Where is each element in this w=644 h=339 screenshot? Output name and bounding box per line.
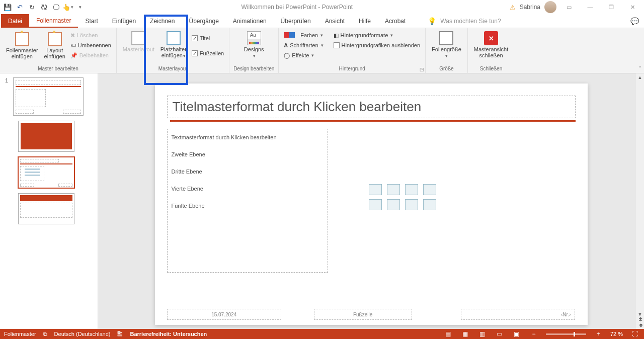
- slidenumber-placeholder[interactable]: ‹Nr.›: [461, 309, 575, 320]
- tab-draw[interactable]: Zeichnen: [143, 14, 182, 28]
- tab-insert[interactable]: Einfügen: [105, 14, 143, 28]
- tab-view[interactable]: Ansicht: [318, 14, 352, 28]
- body-placeholder[interactable]: Textmasterformat durch Klicken bearbeite…: [167, 129, 328, 273]
- notes-button[interactable]: ▤: [443, 330, 453, 338]
- title-checkbox[interactable]: ✓Titel: [191, 33, 225, 43]
- user-name[interactable]: Sabrina: [520, 4, 540, 11]
- status-language[interactable]: Deutsch (Deutschland): [54, 331, 111, 337]
- status-accessibility[interactable]: Barrierefreiheit: Untersuchen: [130, 331, 207, 337]
- insert-video-icon[interactable]: [405, 199, 418, 210]
- layout-thumbnail-2[interactable]: [18, 157, 74, 188]
- window-title: Willkommen bei PowerPoint - PowerPoint: [85, 4, 510, 11]
- qat-customize[interactable]: ▾: [75, 3, 85, 12]
- zoom-in-button[interactable]: +: [593, 330, 603, 338]
- layout-thumbnail-3[interactable]: [18, 193, 74, 224]
- tab-file[interactable]: Datei: [1, 14, 29, 28]
- effects-dropdown[interactable]: ◯Effekte▾: [283, 50, 324, 60]
- close-button[interactable]: ✕: [624, 1, 641, 13]
- slideshow-button[interactable]: ▣: [512, 330, 522, 338]
- accent-rule: [170, 120, 576, 122]
- layout-thumbnail-1[interactable]: [18, 121, 74, 152]
- slide-size-button[interactable]: Foliengröße▾: [430, 29, 463, 59]
- effects-icon: ◯: [284, 52, 290, 59]
- scroll-up-button[interactable]: ▲: [638, 75, 642, 80]
- start-button[interactable]: 🖵: [51, 3, 60, 12]
- footer-placeholder[interactable]: Fußzeile: [314, 309, 412, 320]
- close-master-button[interactable]: ✕ Masteransicht schließen: [472, 29, 510, 58]
- content-placeholder-icons[interactable]: [369, 184, 436, 210]
- insert-online-icon[interactable]: [387, 199, 400, 210]
- insert-3d-icon[interactable]: [423, 184, 436, 195]
- group-theme-label: Design bearbeiten: [233, 65, 274, 73]
- insert-smartart-icon[interactable]: [405, 184, 418, 195]
- footers-checkbox[interactable]: ✓Fußzeilen: [191, 48, 225, 58]
- sorter-view-button[interactable]: ▥: [477, 330, 488, 338]
- tell-me-input[interactable]: Was möchten Sie tun?: [440, 18, 541, 25]
- next-slide-button[interactable]: ⯯: [638, 323, 643, 328]
- body-level-4: Vierte Ebene: [172, 186, 324, 192]
- rename-button[interactable]: 🏷Umbenennen: [69, 40, 112, 50]
- collapse-ribbon-button[interactable]: ⌃: [638, 65, 642, 71]
- thumb-number: 1: [5, 77, 9, 83]
- insert-picture-icon[interactable]: [369, 199, 382, 210]
- tab-transitions[interactable]: Übergänge: [182, 14, 225, 28]
- colors-icon: [284, 32, 295, 39]
- colors-dropdown[interactable]: Farben▾: [283, 30, 324, 40]
- tab-animations[interactable]: Animationen: [226, 14, 274, 28]
- body-level-3: Dritte Ebene: [172, 168, 324, 175]
- repeat-button[interactable]: 🗘: [39, 3, 48, 12]
- layout-icon: [48, 32, 62, 46]
- preserve-button: 📌Beibehalten: [69, 50, 112, 60]
- zoom-slider[interactable]: [546, 333, 586, 335]
- group-close-label: Schließen: [480, 65, 502, 73]
- title-text: Titelmasterformat durch Klicken bearbeit…: [173, 99, 422, 114]
- save-button[interactable]: 💾: [3, 3, 12, 12]
- body-level-5: Fünfte Ebene: [172, 203, 324, 209]
- redo-button[interactable]: ↻: [27, 3, 36, 12]
- zoom-value[interactable]: 72 %: [610, 331, 623, 337]
- vertical-scrollbar[interactable]: ▲ ▼: [636, 73, 644, 329]
- tab-home[interactable]: Start: [78, 14, 105, 28]
- themes-icon: [247, 31, 261, 45]
- title-placeholder[interactable]: Titelmasterformat durch Klicken bearbeit…: [167, 96, 576, 118]
- master-thumbnail[interactable]: [13, 77, 84, 116]
- group-edit-master-label: Master bearbeiten: [38, 65, 78, 73]
- scroll-down-button[interactable]: ▼: [638, 312, 642, 317]
- insert-slidemaster-button[interactable]: Folienmaster einfügen: [4, 29, 40, 59]
- date-placeholder[interactable]: 15.07.2024: [167, 309, 281, 320]
- avatar[interactable]: [544, 1, 556, 13]
- insert-icon-icon[interactable]: [423, 199, 436, 210]
- slide-editor[interactable]: Titelmasterformat durch Klicken bearbeit…: [98, 73, 644, 329]
- ribbon-options-button[interactable]: ▭: [560, 1, 578, 13]
- fonts-icon: A: [284, 42, 288, 48]
- reading-view-button[interactable]: ▭: [495, 330, 505, 338]
- insert-layout-button[interactable]: Layout einfügen: [42, 29, 67, 59]
- touch-mode-button[interactable]: 👆▾: [63, 3, 72, 12]
- insert-table-icon[interactable]: [369, 184, 382, 195]
- fit-button[interactable]: ⛶: [630, 330, 640, 338]
- maximize-button[interactable]: ❐: [603, 1, 620, 13]
- tab-help[interactable]: Hilfe: [352, 14, 378, 28]
- bg-dialog-launcher[interactable]: ◳: [420, 67, 424, 72]
- tab-acrobat[interactable]: Acrobat: [378, 14, 413, 28]
- slidemaster-icon: [15, 32, 29, 46]
- fonts-dropdown[interactable]: ASchriftarten▾: [283, 40, 324, 50]
- bg-styles-dropdown[interactable]: ◧Hintergrundformate▾: [333, 30, 422, 40]
- hide-bg-checkbox[interactable]: Hintergrundgrafiken ausblenden: [333, 40, 422, 50]
- tab-slidemaster[interactable]: Folienmaster: [29, 14, 78, 28]
- slide-canvas[interactable]: Titelmasterformat durch Klicken bearbeit…: [155, 83, 588, 325]
- normal-view-button[interactable]: ▦: [460, 330, 470, 338]
- undo-button[interactable]: ↶: [15, 3, 24, 12]
- thumbnail-pane[interactable]: 1: [0, 73, 98, 329]
- comments-button[interactable]: 💬: [630, 14, 639, 28]
- insert-placeholder-button[interactable]: Platzhalter einfügen▾: [158, 29, 189, 59]
- warning-icon: ⚠: [510, 4, 516, 11]
- status-mode[interactable]: Folienmaster: [4, 331, 36, 337]
- prev-slide-button[interactable]: ⯭: [638, 317, 643, 322]
- minimize-button[interactable]: —: [582, 1, 599, 13]
- insert-chart-icon[interactable]: [387, 184, 400, 195]
- tab-review[interactable]: Überprüfen: [274, 14, 318, 28]
- themes-button[interactable]: Designs▾: [242, 29, 267, 59]
- zoom-out-button[interactable]: −: [529, 330, 539, 338]
- accessibility-icon: ༖: [117, 331, 123, 337]
